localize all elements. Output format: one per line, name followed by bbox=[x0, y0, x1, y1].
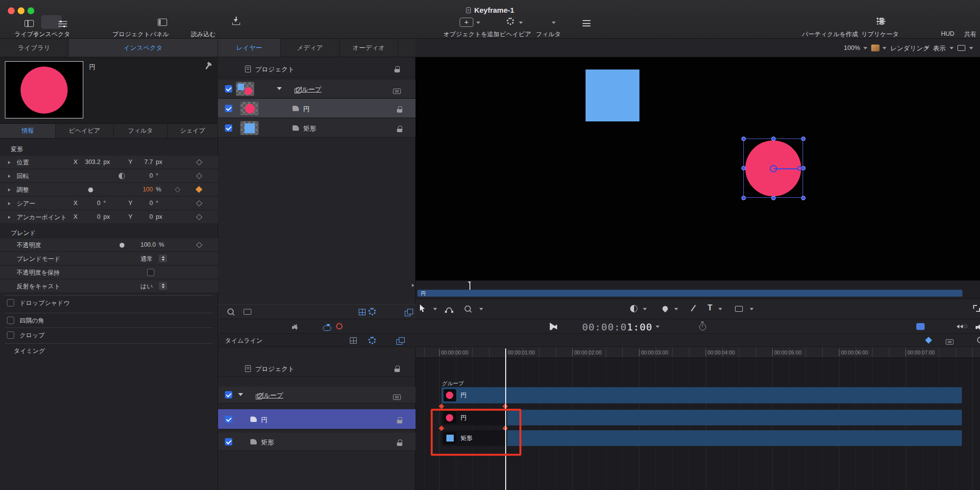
minimize-window-button[interactable] bbox=[18, 7, 24, 14]
library-icon[interactable] bbox=[24, 20, 34, 27]
rendering-chevron-icon[interactable] bbox=[925, 47, 929, 49]
zoom-tool-icon[interactable] bbox=[465, 305, 471, 312]
layers-row-group[interactable]: グループ bbox=[218, 80, 416, 98]
keyframe-navigation-icon[interactable] bbox=[956, 324, 968, 328]
search-icon[interactable] bbox=[227, 308, 234, 315]
fullscreen-icon[interactable] bbox=[973, 305, 980, 312]
bezier-tool-icon[interactable] bbox=[445, 306, 453, 314]
anchor-point-target-icon[interactable] bbox=[770, 165, 777, 172]
timeline-ruler[interactable]: 00:00:00:00 00:00:01:00 00:00:02:00 00:0… bbox=[416, 347, 980, 358]
canvas-rect-shape[interactable] bbox=[586, 70, 639, 121]
position-y-value[interactable]: 7.7 bbox=[131, 159, 153, 165]
position-keyframe-icon[interactable] bbox=[196, 159, 202, 165]
add-object-chevron-icon[interactable] bbox=[476, 22, 480, 24]
hud-label[interactable]: HUD bbox=[938, 30, 957, 37]
mini-timeline-start-icon[interactable] bbox=[412, 284, 415, 287]
timecode-display[interactable]: 00:00:01:00 bbox=[582, 321, 652, 333]
zoom-tool-chevron-icon[interactable] bbox=[479, 308, 483, 310]
view-layout-icon[interactable] bbox=[957, 45, 965, 51]
layers-row-rect[interactable]: 矩形 bbox=[218, 118, 416, 138]
track-bar-group[interactable]: 円 bbox=[441, 387, 962, 403]
tab-inspector[interactable]: インスペクタ bbox=[69, 39, 218, 57]
timeline-row-project[interactable]: プロジェクト bbox=[218, 361, 416, 377]
share-label[interactable]: 共有 bbox=[960, 30, 980, 39]
show-keyframes-icon[interactable] bbox=[925, 337, 932, 344]
blend-mode-stepper[interactable] bbox=[159, 255, 167, 262]
timeline-circle-label[interactable]: 円 bbox=[261, 416, 268, 424]
audio-icon[interactable] bbox=[976, 324, 980, 330]
paint-tool-chevron-icon[interactable] bbox=[674, 308, 678, 310]
shear-keyframe-icon[interactable] bbox=[196, 200, 202, 207]
behaviors-gear-icon[interactable] bbox=[507, 18, 514, 25]
shear-x-value[interactable]: 0 bbox=[76, 200, 100, 207]
rotation-keyframe-icon[interactable] bbox=[196, 173, 202, 179]
mini-timeline-bar[interactable]: 円 bbox=[417, 290, 962, 297]
layers-display-icon[interactable] bbox=[405, 309, 412, 315]
shape-tool-chevron-icon[interactable] bbox=[750, 308, 754, 310]
cast-reflection-stepper[interactable] bbox=[159, 282, 167, 290]
rotation-value[interactable]: 0 bbox=[137, 172, 153, 179]
cast-reflection-value[interactable]: はい bbox=[122, 282, 153, 291]
record-icon[interactable] bbox=[336, 323, 343, 329]
four-corner-checkbox[interactable] bbox=[7, 317, 14, 324]
opacity-slider-thumb[interactable] bbox=[120, 243, 124, 248]
blend-mode-value[interactable]: 通常 bbox=[118, 255, 153, 263]
project-panel-icon[interactable] bbox=[158, 19, 167, 26]
view-layout-chevron-icon[interactable] bbox=[969, 47, 973, 49]
loop-playback-icon[interactable] bbox=[323, 326, 331, 331]
timing-display-icon[interactable] bbox=[699, 324, 706, 330]
selection-handle[interactable] bbox=[741, 166, 746, 170]
selection-handle[interactable] bbox=[741, 196, 746, 200]
lock-icon[interactable] bbox=[397, 417, 402, 423]
selection-handle[interactable] bbox=[741, 137, 746, 141]
replicator-label[interactable]: リプリケータ bbox=[858, 30, 902, 39]
circle-row-label[interactable]: 円 bbox=[303, 105, 310, 114]
text-tool-chevron-icon[interactable] bbox=[718, 308, 722, 310]
line-tool-icon[interactable] bbox=[691, 305, 696, 311]
group-activate-checkbox[interactable] bbox=[225, 85, 232, 93]
timeline-rect-label[interactable]: 矩形 bbox=[261, 438, 274, 447]
channel-swatch[interactable] bbox=[871, 45, 880, 51]
mask-tool-chevron-icon[interactable] bbox=[643, 308, 647, 310]
paint-tool-icon[interactable] bbox=[662, 305, 669, 313]
subtab-shape[interactable]: シェイプ bbox=[168, 124, 218, 138]
add-object-icon[interactable]: + bbox=[460, 18, 473, 27]
behaviors-label[interactable]: ビヘイビア bbox=[496, 30, 535, 39]
timeline-grid-icon[interactable] bbox=[350, 337, 357, 344]
import-label[interactable]: 読み込む bbox=[190, 30, 217, 39]
mini-playhead-line[interactable] bbox=[469, 282, 470, 290]
circle-activate-checkbox[interactable] bbox=[225, 105, 232, 112]
project-panel-label[interactable]: プロジェクトパネル bbox=[112, 30, 170, 39]
crop-checkbox[interactable] bbox=[7, 331, 14, 339]
view-chevron-icon[interactable] bbox=[950, 47, 954, 49]
timeline-view-toggle-icon[interactable] bbox=[916, 323, 925, 330]
timeline-row-rect[interactable]: 矩形 bbox=[218, 433, 416, 451]
inspector-toolbar-label[interactable]: インスペクタ bbox=[32, 30, 71, 39]
scale-disclosure-icon[interactable] bbox=[8, 188, 11, 191]
filter-frame-icon[interactable] bbox=[244, 309, 251, 315]
shape-tool-icon[interactable] bbox=[735, 306, 743, 312]
timeline-zoom-icon[interactable] bbox=[977, 337, 980, 344]
anchor-disclosure-icon[interactable] bbox=[8, 216, 11, 219]
canvas-viewport[interactable] bbox=[416, 57, 980, 280]
zoom-chevron-icon[interactable] bbox=[863, 47, 867, 49]
lock-icon[interactable] bbox=[397, 126, 402, 132]
rotation-dial-icon[interactable] bbox=[119, 173, 125, 179]
text-tool-icon[interactable]: T bbox=[708, 303, 712, 312]
circle-activate-checkbox[interactable] bbox=[225, 416, 232, 423]
make-particles-label[interactable]: パーティクルを作成 bbox=[799, 30, 861, 39]
lock-icon[interactable] bbox=[394, 366, 400, 372]
timeline-layers-icon[interactable] bbox=[396, 337, 404, 344]
anchor-y-value[interactable]: 0 bbox=[131, 213, 153, 220]
inspector-icon[interactable] bbox=[58, 20, 67, 27]
filters-icon[interactable] bbox=[583, 20, 590, 26]
channel-chevron-icon[interactable] bbox=[882, 47, 886, 49]
group-activate-checkbox[interactable] bbox=[225, 391, 232, 398]
behaviors-chevron-icon[interactable] bbox=[519, 22, 523, 24]
subtab-behaviors[interactable]: ビヘイビア bbox=[56, 124, 114, 138]
close-window-button[interactable] bbox=[8, 7, 15, 14]
scale-keyframe-set-icon[interactable] bbox=[196, 186, 202, 193]
opacity-keyframe-icon[interactable] bbox=[196, 242, 202, 248]
select-tool-chevron-icon[interactable] bbox=[433, 308, 437, 310]
tab-library[interactable]: ライブラリ bbox=[0, 39, 69, 57]
